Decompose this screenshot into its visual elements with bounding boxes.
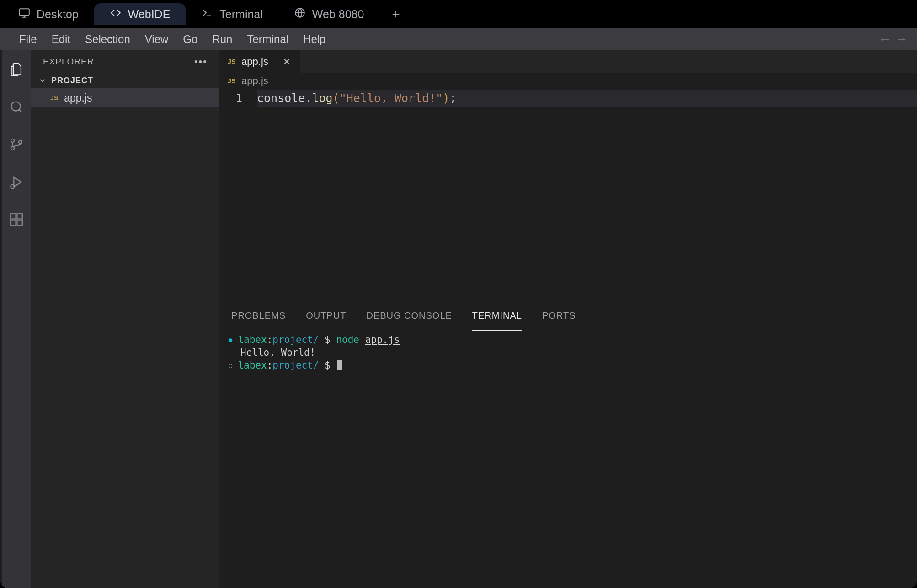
top-tab-desktop-label: Desktop	[37, 8, 79, 21]
status-dot-icon: ●	[229, 333, 232, 346]
terminal-body[interactable]: ● labex:project/ $ node app.js Hello, Wo…	[219, 331, 917, 588]
top-tab-web8080[interactable]: Web 8080	[278, 3, 380, 25]
top-tab-web8080-label: Web 8080	[312, 8, 364, 21]
file-item-app-js[interactable]: JS app.js	[31, 88, 219, 107]
svg-rect-9	[11, 220, 16, 225]
code-line-1: console.log("Hello, World!");	[257, 90, 917, 107]
close-tab-icon[interactable]: ✕	[283, 56, 291, 67]
chevron-down-icon	[38, 76, 47, 85]
js-file-icon: JS	[228, 77, 236, 85]
status-hollow-dot-icon: ○	[229, 359, 232, 372]
activity-explorer[interactable]	[3, 56, 30, 83]
terminal-prompt-icon	[201, 7, 213, 21]
desktop-icon	[18, 7, 30, 21]
breadcrumb[interactable]: JS app.js	[219, 73, 917, 89]
line-number-1: 1	[219, 90, 242, 107]
menu-selection[interactable]: Selection	[79, 31, 137, 48]
bottom-panel: PROBLEMS OUTPUT DEBUG CONSOLE TERMINAL P…	[219, 305, 917, 588]
activity-extensions[interactable]	[3, 206, 30, 233]
terminal-cursor	[337, 360, 342, 370]
code-icon	[110, 7, 122, 21]
svg-point-4	[11, 147, 14, 150]
globe-icon	[294, 7, 306, 21]
activity-search[interactable]	[3, 93, 30, 121]
editor-column: JS app.js ✕ JS app.js 1 console.log("Hel…	[219, 50, 917, 588]
svg-rect-7	[11, 214, 16, 219]
terminal-line-1: ● labex:project/ $ node app.js	[229, 333, 907, 346]
menu-terminal[interactable]: Terminal	[240, 31, 295, 48]
panel-tab-bar: PROBLEMS OUTPUT DEBUG CONSOLE TERMINAL P…	[219, 305, 917, 331]
menu-edit[interactable]: Edit	[45, 31, 77, 48]
branch-icon	[9, 137, 24, 152]
line-gutter: 1	[219, 90, 257, 305]
code-content: console.log("Hello, World!");	[257, 90, 917, 305]
activity-bar	[0, 50, 31, 588]
terminal-output-1: Hello, World!	[240, 346, 907, 359]
top-tab-webide[interactable]: WebIDE	[94, 3, 186, 25]
nav-arrows: ← →	[879, 32, 908, 47]
menu-items: File Edit Selection View Go Run Terminal…	[13, 31, 332, 48]
nav-back-icon[interactable]: ←	[879, 32, 891, 47]
top-tab-terminal[interactable]: Terminal	[186, 3, 278, 25]
editor-tab-app-js[interactable]: JS app.js ✕	[219, 50, 300, 73]
top-tab-terminal-label: Terminal	[219, 8, 262, 21]
explorer-header: EXPLORER •••	[31, 50, 219, 73]
panel-tab-ports[interactable]: PORTS	[542, 310, 576, 331]
editor-tab-label: app.js	[241, 56, 268, 68]
explorer-sidebar: EXPLORER ••• PROJECT JS app.js	[31, 50, 219, 588]
new-tab-button[interactable]	[387, 9, 405, 19]
top-tab-bar: Desktop WebIDE Terminal Web 8080	[0, 0, 917, 28]
menu-bar: File Edit Selection View Go Run Terminal…	[0, 28, 917, 50]
extensions-icon	[9, 212, 24, 227]
activity-source-control[interactable]	[3, 131, 30, 158]
menu-help[interactable]: Help	[297, 31, 332, 48]
top-tab-webide-label: WebIDE	[128, 8, 171, 21]
svg-point-5	[19, 140, 22, 144]
search-icon	[9, 99, 24, 115]
js-file-icon: JS	[228, 58, 236, 65]
svg-point-3	[11, 139, 14, 142]
menu-view[interactable]: View	[139, 31, 175, 48]
panel-tab-output[interactable]: OUTPUT	[306, 310, 346, 331]
nav-forward-icon[interactable]: →	[895, 32, 908, 47]
run-debug-icon	[9, 174, 24, 190]
menu-go[interactable]: Go	[176, 31, 204, 48]
svg-point-2	[11, 102, 21, 111]
breadcrumb-file: app.js	[241, 75, 268, 87]
svg-rect-0	[19, 9, 29, 15]
svg-rect-8	[17, 214, 22, 219]
code-editor[interactable]: 1 console.log("Hello, World!");	[219, 89, 917, 305]
panel-tab-problems[interactable]: PROBLEMS	[231, 310, 286, 331]
menu-file[interactable]: File	[13, 31, 43, 48]
file-name: app.js	[64, 92, 92, 104]
panel-tab-terminal[interactable]: TERMINAL	[472, 310, 522, 331]
files-icon	[9, 62, 24, 77]
editor-tab-bar: JS app.js ✕	[219, 50, 917, 73]
top-tab-desktop[interactable]: Desktop	[3, 3, 94, 25]
activity-run-debug[interactable]	[3, 168, 30, 196]
terminal-line-2: ○ labex:project/ $	[229, 359, 907, 372]
explorer-more-icon[interactable]: •••	[194, 56, 208, 68]
svg-rect-10	[17, 220, 22, 225]
explorer-title: EXPLORER	[43, 57, 94, 67]
main-area: EXPLORER ••• PROJECT JS app.js JS app.js…	[0, 50, 917, 588]
project-folder[interactable]: PROJECT	[31, 73, 219, 88]
menu-run[interactable]: Run	[206, 31, 239, 48]
project-name: PROJECT	[51, 76, 93, 86]
panel-tab-debug-console[interactable]: DEBUG CONSOLE	[366, 310, 452, 331]
js-file-icon: JS	[50, 94, 59, 102]
